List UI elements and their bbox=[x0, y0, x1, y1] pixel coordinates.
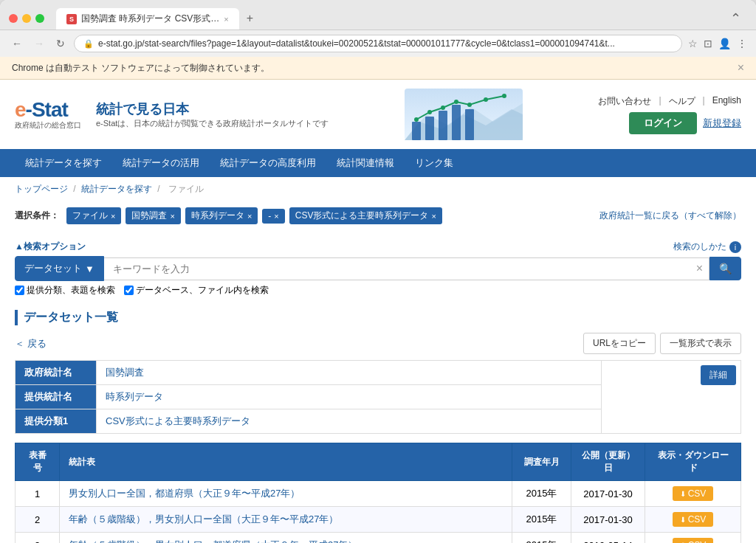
row-num-2: 3 bbox=[16, 533, 60, 544]
english-link[interactable]: English bbox=[712, 95, 741, 108]
csv-download-0[interactable]: ⬇ CSV bbox=[673, 486, 714, 501]
window-menu-icon[interactable]: ⌃ bbox=[730, 10, 747, 27]
menu-icon[interactable]: ⋮ bbox=[737, 38, 747, 49]
row-title-2: 年齢（５歳階級），男女別人口ー都道府県（大正９年〜平成27年） bbox=[60, 533, 512, 544]
row-download-1: ⬇ CSV bbox=[645, 507, 741, 533]
breadcrumb-search[interactable]: 統計データを探す bbox=[81, 184, 152, 194]
maximize-button[interactable] bbox=[35, 14, 44, 23]
table-row: 1 男女別人口ー全国，都道府県（大正９年〜平成27年） 2015年 2017-0… bbox=[16, 481, 741, 507]
filter-remove-4[interactable]: × bbox=[431, 212, 436, 221]
svg-point-9 bbox=[427, 110, 432, 114]
row-download-2: ⬇ CSV bbox=[645, 533, 741, 544]
search-row: データセット ▼ × 🔍 bbox=[15, 256, 741, 281]
info-link-0[interactable]: 国勢調査 bbox=[106, 367, 144, 378]
site-navigation: 統計データを探す 統計データの活用 統計データの高度利用 統計関連情報 リンク集 bbox=[0, 149, 756, 177]
minimize-button[interactable] bbox=[22, 14, 31, 23]
filter-tag-3[interactable]: - × bbox=[262, 209, 284, 224]
info-value-1: 時系列データ bbox=[97, 385, 602, 409]
info-value-2: CSV形式による主要時系列データ bbox=[97, 409, 602, 434]
nav-item-search[interactable]: 統計データを探す bbox=[15, 149, 112, 177]
col-header-num: 表番号 bbox=[16, 443, 60, 481]
info-value-0: 国勢調査 bbox=[97, 361, 602, 385]
notification-close-button[interactable]: × bbox=[738, 61, 744, 75]
col-header-download: 表示・ダウンロード bbox=[645, 443, 741, 481]
col-header-date: 公開（更新）日 bbox=[571, 443, 645, 481]
csv-download-2[interactable]: ⬇ CSV bbox=[673, 538, 714, 543]
back-link[interactable]: ＜ 戻る bbox=[15, 337, 47, 350]
search-options-toggle[interactable]: ▲検索オプション bbox=[15, 241, 86, 253]
info-label-0: 政府統計名 bbox=[16, 361, 97, 385]
tab-close-icon[interactable]: × bbox=[224, 15, 228, 24]
chevron-down-icon: ▼ bbox=[85, 263, 94, 274]
browser-tab[interactable]: S 国勢調査 時系列データ CSV形式… × bbox=[56, 8, 239, 30]
sep2: | bbox=[703, 95, 705, 108]
sep1: | bbox=[659, 95, 661, 108]
checkbox-database[interactable]: データベース、ファイル内を検索 bbox=[124, 284, 269, 297]
row-link-0[interactable]: 男女別人口ー全国，都道府県（大正９年〜平成27年） bbox=[69, 488, 300, 499]
table-row: 3 年齢（５歳階級），男女別人口ー都道府県（大正９年〜平成27年） 2015年 … bbox=[16, 533, 741, 544]
search-clear-button[interactable]: × bbox=[696, 262, 703, 275]
filter-remove-3[interactable]: × bbox=[274, 212, 278, 221]
help-link[interactable]: ヘルプ bbox=[669, 95, 695, 108]
detail-button[interactable]: 詳細 bbox=[701, 365, 736, 385]
header-tagline: 統計で見る日本 e-Statは、日本の統計が閲覧できる政府統計ポータルサイトです bbox=[96, 100, 329, 129]
reset-filters-link[interactable]: 政府統計一覧に戻る（すべて解除） bbox=[599, 210, 741, 222]
register-button[interactable]: 新規登録 bbox=[703, 112, 741, 134]
contact-link[interactable]: お問い合わせ bbox=[598, 95, 651, 108]
row-title-0: 男女別人口ー全国，都道府県（大正９年〜平成27年） bbox=[60, 481, 512, 507]
checkbox-category[interactable]: 提供分類、表題を検索 bbox=[15, 284, 115, 297]
breadcrumb-top[interactable]: トップページ bbox=[15, 184, 68, 194]
login-button[interactable]: ログイン bbox=[629, 112, 697, 134]
results-section: データセット一覧 ＜ 戻る URLをコピー 一覧形式で表示 政府統計名 国勢調査… bbox=[0, 302, 756, 543]
filter-label: 選択条件： bbox=[15, 210, 59, 222]
table-row: 2 年齢（５歳階級），男女別人口ー全国（大正９年〜平成27年） 2015年 20… bbox=[16, 507, 741, 533]
svg-point-8 bbox=[414, 117, 419, 122]
info-label-2: 提供分類1 bbox=[16, 409, 97, 434]
csv-download-1[interactable]: ⬇ CSV bbox=[673, 512, 714, 527]
url-copy-button[interactable]: URLをコピー bbox=[583, 333, 656, 354]
row-link-1[interactable]: 年齢（５歳階級），男女別人口ー全国（大正９年〜平成27年） bbox=[69, 513, 338, 525]
filter-tag-2[interactable]: 時系列データ × bbox=[185, 207, 258, 224]
nav-item-related[interactable]: 統計関連情報 bbox=[326, 149, 405, 177]
row-link-2[interactable]: 年齢（５歳階級），男女別人口ー都道府県（大正９年〜平成27年） bbox=[69, 539, 357, 543]
info-icon: i bbox=[729, 241, 741, 253]
lock-icon: 🔒 bbox=[83, 39, 94, 49]
breadcrumb-sep2: / bbox=[157, 184, 162, 194]
logo-subtitle: 政府統計の総合窓口 bbox=[15, 120, 81, 131]
logo-text: e-Stat bbox=[15, 98, 68, 122]
svg-rect-5 bbox=[439, 111, 447, 140]
search-button[interactable]: 🔍 bbox=[709, 257, 741, 280]
info-label-1: 提供統計名 bbox=[16, 385, 97, 409]
filter-tag-4[interactable]: CSV形式による主要時系列データ × bbox=[289, 207, 442, 224]
filter-tag-1[interactable]: 国勢調査 × bbox=[126, 207, 180, 224]
list-view-button[interactable]: 一覧形式で表示 bbox=[660, 333, 741, 354]
search-type-select[interactable]: データセット ▼ bbox=[15, 256, 104, 281]
svg-point-10 bbox=[441, 106, 445, 110]
filter-tag-0[interactable]: ファイル × bbox=[66, 207, 121, 224]
tab-capture-icon[interactable]: ⊡ bbox=[704, 38, 712, 49]
nav-item-links[interactable]: リンク集 bbox=[405, 149, 464, 177]
row-num-1: 2 bbox=[16, 507, 60, 533]
row-title-1: 年齢（５歳階級），男女別人口ー全国（大正９年〜平成27年） bbox=[60, 507, 512, 533]
row-download-0: ⬇ CSV bbox=[645, 481, 741, 507]
filter-remove-1[interactable]: × bbox=[170, 212, 174, 221]
bookmark-icon[interactable]: ☆ bbox=[688, 38, 698, 49]
header-chart bbox=[405, 89, 523, 140]
filter-remove-0[interactable]: × bbox=[111, 212, 115, 221]
forward-button[interactable]: → bbox=[31, 36, 47, 51]
search-input[interactable] bbox=[110, 258, 696, 280]
info-link-1[interactable]: 時系列データ bbox=[106, 391, 163, 402]
back-button[interactable]: ← bbox=[9, 36, 25, 51]
address-text: e-stat.go.jp/stat-search/files?page=1&la… bbox=[98, 38, 673, 49]
info-link-2[interactable]: CSV形式による主要時系列データ bbox=[106, 415, 250, 426]
nav-item-utilization[interactable]: 統計データの活用 bbox=[112, 149, 210, 177]
search-howto-link[interactable]: 検索のしかた i bbox=[673, 241, 741, 253]
refresh-button[interactable]: ↻ bbox=[53, 36, 68, 51]
close-button[interactable] bbox=[9, 14, 18, 23]
svg-rect-3 bbox=[412, 122, 421, 140]
address-bar[interactable]: 🔒 e-stat.go.jp/stat-search/files?page=1&… bbox=[74, 35, 682, 52]
filter-remove-2[interactable]: × bbox=[247, 212, 252, 221]
new-tab-button[interactable]: + bbox=[239, 7, 261, 30]
nav-item-advanced[interactable]: 統計データの高度利用 bbox=[210, 149, 326, 177]
profile-icon[interactable]: 👤 bbox=[718, 38, 731, 49]
